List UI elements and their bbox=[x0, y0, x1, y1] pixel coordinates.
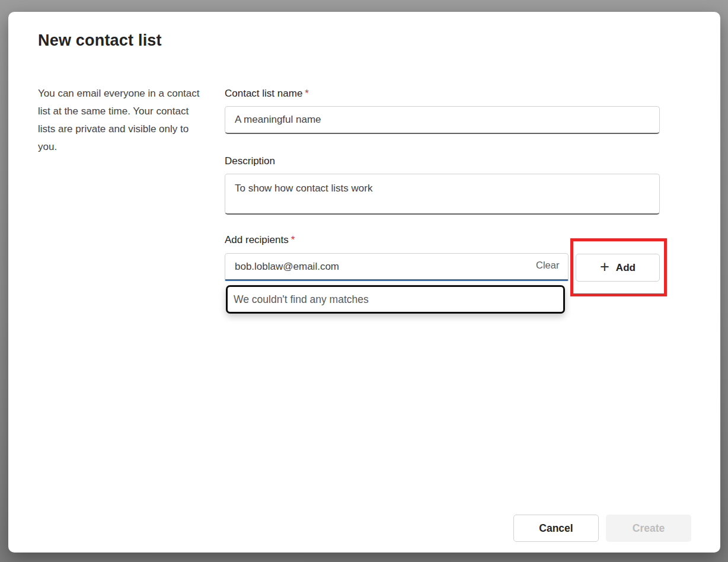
clear-button[interactable]: Clear bbox=[536, 260, 559, 271]
add-button-label: Add bbox=[616, 262, 636, 274]
plus-icon: + bbox=[600, 259, 609, 275]
contact-list-name-label-text: Contact list name bbox=[225, 88, 302, 99]
dialog-title: New contact list bbox=[38, 31, 162, 50]
required-asterisk: * bbox=[291, 234, 295, 245]
add-recipients-label-text: Add recipients bbox=[225, 234, 289, 245]
suggestions-dropdown: We couldn't find any matches bbox=[226, 285, 565, 314]
add-recipients-label: Add recipients* bbox=[225, 234, 295, 246]
description-label: Description bbox=[225, 155, 275, 167]
new-contact-list-dialog: New contact list You can email everyone … bbox=[8, 12, 720, 553]
description-input[interactable] bbox=[225, 174, 660, 215]
intro-text: You can email everyone in a contact list… bbox=[38, 85, 203, 156]
description-label-text: Description bbox=[225, 155, 275, 167]
add-button[interactable]: + Add bbox=[576, 254, 660, 282]
cancel-button[interactable]: Cancel bbox=[513, 515, 599, 542]
contact-list-name-input[interactable] bbox=[225, 106, 660, 134]
create-button[interactable]: Create bbox=[606, 515, 691, 542]
required-asterisk: * bbox=[305, 88, 309, 99]
add-recipients-input[interactable] bbox=[225, 253, 569, 281]
no-matches-message: We couldn't find any matches bbox=[234, 293, 369, 306]
contact-list-name-label: Contact list name* bbox=[225, 88, 309, 100]
